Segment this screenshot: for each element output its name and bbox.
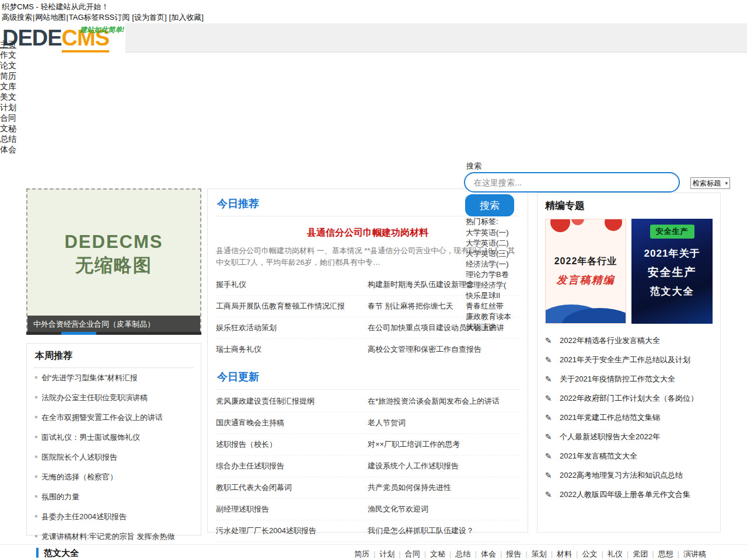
special-topics-title: 精编专题: [545, 193, 713, 219]
vnav-item-meiwen[interactable]: 美文: [0, 92, 16, 103]
search-input[interactable]: [464, 172, 680, 192]
vnav-item-wenmi[interactable]: 文秘: [0, 124, 16, 134]
edit-icon: ✎: [545, 355, 554, 365]
footer-link[interactable]: 礼仪: [608, 550, 623, 558]
no-thumbnail-placeholder: DEDECMS 无缩略图: [27, 190, 200, 277]
article-link[interactable]: 副经理述职报告: [216, 499, 368, 520]
special-topic-link[interactable]: ✎2022年政府部门工作计划大全（各岗位）: [545, 388, 713, 408]
footer-separator: |: [374, 550, 375, 558]
article-link[interactable]: 无悔的选择（检察官）: [34, 467, 194, 487]
footer-link[interactable]: 报告: [506, 550, 521, 558]
footer-link[interactable]: 总结: [455, 550, 470, 558]
footer-link[interactable]: 党团: [633, 550, 648, 558]
article-link[interactable]: 创“先进学习型集体”材料汇报: [34, 368, 194, 388]
hot-tag[interactable]: 廉政教育读本: [466, 312, 511, 322]
hot-tag[interactable]: 快乐星球II: [466, 290, 511, 301]
hot-tag[interactable]: 大学英语(三): [466, 249, 511, 259]
article-link[interactable]: 渔民文化节欢迎词: [368, 499, 519, 520]
hot-tag[interactable]: 就职演讲: [466, 322, 511, 332]
article-link[interactable]: 在*旅游投资洽谈会新闻发布会上的讲话: [368, 391, 519, 412]
article-link[interactable]: 工商局开展队伍教育整顿工作情况汇报: [216, 296, 368, 317]
article-link[interactable]: 教职工代表大会闭幕词: [216, 477, 368, 498]
article-link[interactable]: 氛围的力量: [34, 487, 194, 507]
article-link[interactable]: 县委办主任2004述职报告: [34, 507, 194, 527]
site-logo[interactable]: DEDECMS 建站如此简单!: [0, 23, 125, 52]
article-link[interactable]: 国庆通宵晚会主持稿: [216, 412, 368, 433]
article-link[interactable]: 面试礼仪：男士面试服饰礼仪: [34, 428, 194, 447]
top-link-rss[interactable]: RSS订阅: [99, 13, 130, 22]
special-topic-link[interactable]: ✎2021年党建工作总结范文集锦: [545, 408, 713, 427]
hot-tag[interactable]: 理论力学B卷: [466, 270, 511, 280]
special-topic-link[interactable]: ✎2022年精选各行业发言稿大全: [545, 331, 713, 350]
weekly-recommend-title: 本周推荐: [34, 344, 194, 368]
top-link-set-home[interactable]: [设为首页]: [132, 13, 166, 22]
article-link[interactable]: 对××厂职工培训工作的思考: [368, 434, 519, 455]
search-button[interactable]: 搜索: [465, 194, 514, 216]
special-topic-link[interactable]: ✎关于2021年疫情防控工作范文大全: [545, 369, 713, 388]
footer-link[interactable]: 材料: [557, 550, 572, 558]
vnav-item-tihui[interactable]: 体会: [0, 145, 16, 155]
vnav-item-lunwen[interactable]: 论文: [0, 61, 16, 71]
article-link[interactable]: 述职报告（校长）: [216, 434, 368, 455]
footer-link[interactable]: 简历: [354, 550, 369, 558]
footer-link[interactable]: 策划: [532, 550, 547, 558]
top-link-advanced-search[interactable]: 高级搜索: [2, 13, 32, 22]
hot-tag[interactable]: 管理经济学(: [466, 280, 511, 290]
footer-link[interactable]: 合同: [405, 550, 420, 558]
footer-link[interactable]: 思想: [658, 550, 673, 558]
article-link[interactable]: 高校公文管理和保密工作自查报告: [368, 339, 519, 360]
footer-link[interactable]: 计划: [379, 550, 395, 558]
vnav-item-home[interactable]: 主页: [0, 40, 16, 50]
article-link[interactable]: 共产党员如何保持先进性: [368, 477, 519, 498]
top-link-tags[interactable]: TAG标签: [69, 13, 99, 22]
article-link[interactable]: 握手礼仪: [216, 274, 368, 295]
top-links-bar: 高级搜索|网站地图|TAG标签RSS订阅[设为首页][加入收藏]: [2, 12, 204, 23]
article-link[interactable]: 污水处理厂厂长2004述职报告: [216, 520, 368, 541]
hot-tag[interactable]: 大学英语(一): [466, 228, 511, 238]
article-link[interactable]: 我们是怎么样抓职工队伍建设？: [368, 520, 519, 541]
promo-banner-speeches[interactable]: 2022年各行业 发言稿精编: [545, 219, 626, 324]
vnav-item-jianli[interactable]: 简历: [0, 71, 16, 82]
special-topic-link[interactable]: ✎2022高考地理复习方法和知识点总结: [545, 466, 713, 485]
article-link[interactable]: 党风廉政建设责任制汇报提纲: [216, 391, 368, 412]
slider-pagination[interactable]: [26, 332, 201, 335]
special-topics-panel: 精编专题 2022年各行业 发言稿精编 安全生产 2021年关于 安全生产 范文…: [537, 192, 721, 533]
hot-tag[interactable]: 经济法学(一): [466, 259, 511, 270]
footer-link[interactable]: 文秘: [430, 550, 445, 558]
top-link-sitemap[interactable]: 网站地图: [35, 13, 65, 22]
vnav-item-hetong[interactable]: 合同: [0, 113, 16, 124]
vnav-item-jihua[interactable]: 计划: [0, 103, 16, 113]
edit-icon: ✎: [545, 452, 554, 461]
slider-caption[interactable]: 中外合资经营企业合同（皮革制品）: [27, 316, 200, 333]
top-link-favorite[interactable]: [加入收藏]: [169, 13, 204, 22]
article-link[interactable]: 综合办主任述职报告: [216, 456, 368, 477]
special-topic-link[interactable]: ✎2021年发言稿范文大全: [545, 446, 713, 466]
hot-tag[interactable]: 大学英语(二): [466, 238, 511, 249]
edit-icon: ✎: [545, 471, 554, 480]
hot-tag[interactable]: 青春红丝带: [466, 301, 511, 312]
vnav-item-wenku[interactable]: 文库: [0, 82, 16, 92]
footer-link[interactable]: 体会: [481, 550, 496, 558]
article-link[interactable]: 娱乐狂欢活动策划: [216, 317, 368, 338]
article-link[interactable]: 党课讲稿材料:牢记党的宗旨 发挥余热做: [34, 527, 194, 547]
footer-link[interactable]: 公文: [582, 550, 597, 558]
special-topic-link[interactable]: ✎个人最新述职报告大全2022年: [545, 427, 713, 446]
article-link[interactable]: 医院院长个人述职报告: [34, 447, 194, 467]
featured-slider[interactable]: DEDECMS 无缩略图 中外合资经营企业合同（皮革制品）: [26, 188, 201, 334]
article-link[interactable]: 瑞士商务礼仪: [216, 339, 368, 360]
top-separator: |: [33, 13, 34, 22]
article-link[interactable]: 法院办公室主任职位竞职演讲稿: [34, 388, 194, 408]
special-topic-link[interactable]: ✎2021年关于安全生产工作总结以及计划: [545, 350, 713, 369]
edit-icon: ✎: [545, 490, 554, 499]
safety-badge: 安全生产: [650, 225, 694, 239]
vnav-item-zuowen[interactable]: 作文: [0, 50, 16, 61]
search-scope-select[interactable]: 检索标题 ▾: [690, 177, 730, 189]
article-link[interactable]: 建设系统个人工作述职报告: [368, 456, 519, 477]
special-topic-link[interactable]: ✎2022人教版四年级上册各单元作文合集: [545, 485, 713, 504]
promo-banner-safety[interactable]: 安全生产 2021年关于 安全生产 范文大全: [631, 219, 713, 324]
update-article-list: 党风廉政建设责任制汇报提纲 在*旅游投资洽谈会新闻发布会上的讲话 国庆通宵晚会主…: [216, 391, 519, 560]
article-link[interactable]: 老人节贺词: [368, 412, 519, 433]
footer-link[interactable]: 演讲稿: [683, 550, 706, 558]
vnav-item-zongjie[interactable]: 总结: [0, 134, 16, 145]
article-link[interactable]: 在全市双拥暨安置工作会议上的讲话: [34, 408, 194, 428]
